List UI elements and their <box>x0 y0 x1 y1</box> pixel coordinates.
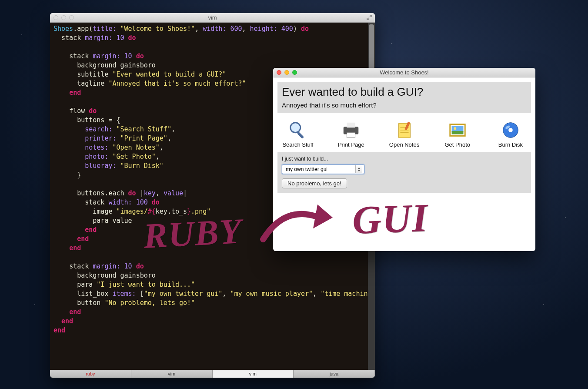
svg-point-12 <box>454 127 456 130</box>
code-token: height: <box>250 25 277 33</box>
code-token: end <box>61 317 73 325</box>
svg-point-16 <box>508 128 513 132</box>
icon-blueray[interactable]: Burn Disk <box>490 120 531 148</box>
code-token: 100 <box>136 198 148 206</box>
code-token: tagline <box>77 80 104 87</box>
code-token: stack <box>61 34 81 42</box>
code-token: .app( <box>73 25 93 33</box>
go-button[interactable]: No problemo, lets go! <box>282 178 347 188</box>
svg-point-0 <box>291 123 301 133</box>
code-token: "Burn Disk" <box>120 162 164 170</box>
code-token: buttons = { <box>77 116 120 124</box>
code-token: para value <box>93 217 132 225</box>
code-token: photo: <box>85 153 108 161</box>
code-token: "my own music player" <box>230 290 313 298</box>
code-token: key.to_s <box>156 208 187 215</box>
code-token: end <box>85 226 97 234</box>
code-token: button <box>77 299 100 307</box>
code-token: 10 <box>117 34 124 42</box>
vim-titlebar[interactable]: vim <box>50 13 375 23</box>
code-token: printer: <box>85 134 116 142</box>
combo-value: my own twitter gui <box>286 166 327 172</box>
code-token: end <box>69 244 81 252</box>
build-combo[interactable]: my own twitter gui ▲▼ <box>282 164 364 174</box>
code-token: 600 <box>230 25 242 33</box>
window-title: vim <box>50 14 375 21</box>
svg-rect-11 <box>451 126 463 131</box>
code-token: 10 <box>124 262 132 270</box>
code-token: value <box>164 189 183 197</box>
code-token: end <box>77 235 89 243</box>
chevron-updown-icon: ▲▼ <box>355 165 362 173</box>
code-token: | <box>183 189 187 197</box>
code-token: notes: <box>85 144 108 151</box>
code-token: Shoes <box>53 25 73 33</box>
code-token: stack <box>85 198 104 206</box>
shoes-titlebar[interactable]: Welcome to Shoes! <box>273 68 535 77</box>
code-token: do <box>301 25 309 33</box>
shoes-window: Welcome to Shoes! Ever wanted to build a… <box>273 68 535 251</box>
code-token: title: <box>93 25 116 33</box>
code-token: ) <box>293 25 297 33</box>
code-token: "Welcome to Shoes!" <box>120 25 195 33</box>
code-token: "Annoyed that it's so much effort?" <box>108 80 246 87</box>
tab-ruby[interactable]: ruby <box>50 370 131 378</box>
search-icon <box>288 120 308 140</box>
code-token: end <box>69 89 81 97</box>
code-token: search: <box>85 125 112 133</box>
icon-search[interactable]: Search Stuff <box>277 120 318 148</box>
code-token: list_box <box>77 290 108 298</box>
code-token: width: <box>108 198 132 206</box>
icon-photo[interactable]: Get Photo <box>437 120 478 148</box>
notes-icon <box>394 120 414 140</box>
icon-label: Print Page <box>331 141 371 148</box>
tab-vim-1[interactable]: vim <box>131 370 213 378</box>
code-token: margin: <box>85 34 112 42</box>
icon-notes[interactable]: Open Notes <box>384 120 424 148</box>
code-token: blueray: <box>85 162 116 170</box>
code-token: do <box>128 189 136 197</box>
build-label: I just want to build... <box>282 156 527 162</box>
code-token: background gainsboro <box>77 272 156 279</box>
code-token: buttons.each <box>77 189 124 197</box>
window-title: Welcome to Shoes! <box>273 69 535 76</box>
code-token: "Open Notes" <box>112 144 159 151</box>
icon-row: Search Stuff Print Page Open Not <box>273 117 535 152</box>
code-token: "time machine" <box>321 290 375 298</box>
photo-icon <box>448 120 468 140</box>
code-token: background gainsboro <box>77 61 156 69</box>
shoes-content: Ever wanted to build a GUI? Annoyed that… <box>273 77 535 251</box>
code-token: key <box>144 189 156 197</box>
code-token: items: <box>112 290 136 298</box>
icon-label: Search Stuff <box>277 141 318 148</box>
code-token: | <box>140 189 144 197</box>
tab-java[interactable]: java <box>294 370 375 378</box>
icon-label: Burn Disk <box>490 141 531 148</box>
code-token: image <box>93 208 112 215</box>
code-token: } <box>77 171 81 179</box>
svg-rect-13 <box>451 131 463 134</box>
printer-icon <box>341 120 361 140</box>
code-token: do <box>152 198 160 206</box>
code-token: end <box>69 308 81 316</box>
code-token: .png" <box>191 208 210 215</box>
code-token: 400 <box>281 25 293 33</box>
build-panel: I just want to build... my own twitter g… <box>277 152 531 193</box>
hero-panel: Ever wanted to build a GUI? Annoyed that… <box>277 82 531 113</box>
icon-printer[interactable]: Print Page <box>331 120 371 148</box>
code-token: margin: <box>93 262 120 270</box>
code-token: } <box>187 208 191 215</box>
fullscreen-icon[interactable] <box>366 14 372 20</box>
hero-subtitle: Ever wanted to build a GUI? <box>282 85 527 99</box>
code-token: #{ <box>148 208 156 215</box>
svg-rect-1 <box>297 132 304 139</box>
code-token: stack <box>69 52 89 60</box>
code-token: flow <box>69 107 85 115</box>
code-token: width: <box>203 25 226 33</box>
code-token: do <box>136 262 144 270</box>
code-token: margin: <box>93 52 120 60</box>
svg-rect-4 <box>347 133 355 138</box>
tab-vim-2[interactable]: vim <box>213 370 294 378</box>
icon-label: Open Notes <box>384 141 424 148</box>
code-token: "Get Photo" <box>112 153 155 161</box>
